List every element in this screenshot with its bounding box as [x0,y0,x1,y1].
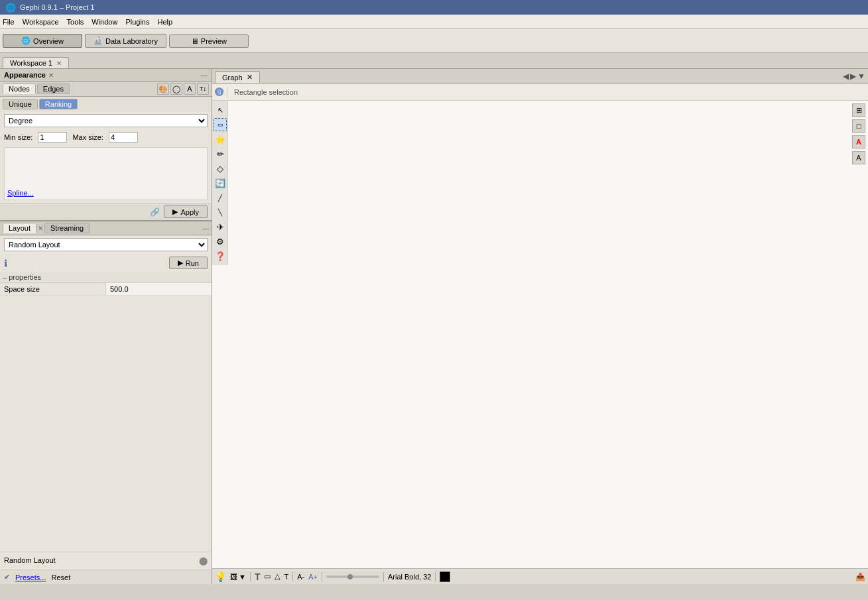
menu-workspace[interactable]: Workspace [23,18,59,26]
layout-scroll: – properties Space size 500.0 [0,272,212,552]
run-label: Run [186,259,199,267]
spline-link[interactable]: Spline... [7,189,34,197]
graph-tab[interactable]: Graph ✕ [215,71,260,83]
appearance-title: Appearance [4,71,46,79]
layout-tab-row: Layout ✕ Streaming — [0,221,212,235]
settings-tool[interactable]: ⚙ [214,235,227,248]
overview-label: Overview [33,37,64,45]
nav-arrows: ◀ ▶ ▼ [843,72,865,81]
layout-minimize-icon[interactable]: — [202,225,209,232]
collapse-icon[interactable]: – [3,273,9,281]
star-tool[interactable]: ⭐ [214,133,227,146]
min-size-label: Min size: [4,133,32,141]
link-icon: 🔗 [150,208,160,217]
max-size-input[interactable] [109,132,138,143]
appearance-panel-header: Appearance ✕ — [0,69,212,82]
font-decrease-icon[interactable]: A- [297,573,304,581]
menu-window[interactable]: Window [92,18,117,26]
lightbulb-icon[interactable]: 💡 [215,571,226,582]
workspace-close-icon[interactable]: ✕ [56,60,62,67]
graph-tab-close-icon[interactable]: ✕ [247,73,253,82]
apply-button[interactable]: ▶ Apply [164,206,208,218]
nav-right-icon[interactable]: ▶ [850,72,856,81]
font-increase-icon[interactable]: A+ [308,573,318,581]
triangle-icon[interactable]: △ [275,572,280,581]
eraser-tool[interactable]: ╲ [214,206,227,219]
graph-text-icon[interactable]: A [852,151,865,164]
layout-dropdown[interactable]: Random Layout Force Atlas Force Atlas 2 … [4,238,208,251]
unique-tab[interactable]: Unique [3,99,38,109]
nodes-tab[interactable]: Nodes [3,84,36,94]
graph-area: Graph ✕ ◀ ▶ ▼ 🅖 Rectangle selection ↖ ▭ … [212,69,868,584]
gephi-tool-icon: 🅖 [215,87,224,97]
ranking-dropdown[interactable]: Degree In-Degree Out-Degree Betweenness … [4,114,208,127]
space-size-row: Space size 500.0 [0,283,212,296]
appearance-tab-row: Nodes Edges 🎨 ◯ A T↕ [0,82,212,97]
ranking-tab[interactable]: Ranking [39,99,78,109]
graph-canvas[interactable]: ↖ ▭ ⭐ ✏ ◇ 🔄 ╱ ╲ ✈ ⚙ ❓ ⊞ □ A A [212,101,868,568]
data-laboratory-button[interactable]: 🔬 Data Laboratory [85,34,166,48]
separator-1 [250,572,251,581]
toolbar-separator [227,87,227,97]
graph-text-red-icon[interactable]: A [852,135,865,149]
presets-icon: ✔ [4,573,10,581]
select-tool[interactable]: ↖ [214,103,227,117]
max-size-label: Max size: [72,133,103,141]
edit-tool[interactable]: ╱ [214,191,227,204]
diamond-tool[interactable]: ◇ [214,162,227,175]
info-icon: ℹ [4,258,7,269]
menu-help[interactable]: Help [157,18,172,26]
minimize-icon[interactable]: — [201,72,208,79]
layout-close-icon[interactable]: ✕ [38,225,43,232]
presets-row: ✔ Presets... Reset [0,570,212,584]
rect-select-icon[interactable]: ▭ [264,572,271,581]
pencil-tool[interactable]: ✏ [214,147,227,160]
text-node-icon[interactable]: T [255,571,261,582]
reset-link[interactable]: Reset [51,573,70,581]
graph-square-icon[interactable]: □ [852,119,865,133]
preview-label: Preview [201,37,227,45]
text-size-icon[interactable]: T↕ [197,83,209,95]
overview-button[interactable]: 🌐 Overview [3,34,82,48]
min-size-input[interactable] [38,132,67,143]
color-picker[interactable] [440,571,450,582]
menu-file[interactable]: File [3,18,15,26]
separator-3 [322,572,322,581]
menu-plugins[interactable]: Plugins [125,18,149,26]
help-tool[interactable]: ❓ [214,249,227,263]
app-title: Gephi 0.9.1 – Project 1 [20,3,95,11]
title-bar: 🌐 Gephi 0.9.1 – Project 1 [0,0,868,15]
preview-button[interactable]: 🖥 Preview [169,34,249,48]
workspace-tabs: Workspace 1 ✕ [0,53,868,69]
run-button[interactable]: ▶ Run [169,257,208,269]
separator-4 [383,572,384,581]
workspace-tab-1[interactable]: Workspace 1 ✕ [3,57,69,68]
pan-tool[interactable]: ✈ [214,220,227,233]
menu-bar: File Workspace Tools Window Plugins Help [0,15,868,29]
rectangle-select-tool[interactable]: ▭ [214,118,227,131]
edges-tab[interactable]: Edges [37,84,70,94]
monitor-icon: 🖥 [191,37,198,45]
export-icon[interactable]: 📤 [855,572,865,581]
apply-play-icon: ▶ [172,208,178,216]
left-panel: Appearance ✕ — Nodes Edges 🎨 ◯ A T↕ Uniq… [0,69,212,584]
text-icon[interactable]: A [184,83,196,95]
presets-link[interactable]: Presets... [15,573,46,581]
nav-down-icon[interactable]: ▼ [857,72,865,81]
layout-panel: Layout ✕ Streaming — Random Layout Force… [0,221,212,584]
menu-tools[interactable]: Tools [67,18,84,26]
appearance-close-icon[interactable]: ✕ [48,72,54,79]
slider-handle [347,574,353,579]
streaming-tab[interactable]: Streaming [44,223,90,233]
image-dropdown[interactable]: 🖼 ▼ [230,573,246,581]
nav-left-icon[interactable]: ◀ [843,72,849,81]
rotate-tool[interactable]: 🔄 [214,176,227,190]
layout-tab-left: Layout ✕ Streaming [3,223,90,233]
circle-icon[interactable]: ◯ [170,83,182,95]
palette-icon[interactable]: 🎨 [157,83,169,95]
graph-overview-icon[interactable]: ⊞ [852,103,865,117]
graph-bottom-bar: 💡 🖼 ▼ T ▭ △ T A- A+ Arial Bold, 32 📤 [212,568,868,584]
layout-tab[interactable]: Layout [3,223,36,233]
text-bottom-icon[interactable]: T [284,573,288,581]
font-size-slider[interactable] [326,575,379,578]
